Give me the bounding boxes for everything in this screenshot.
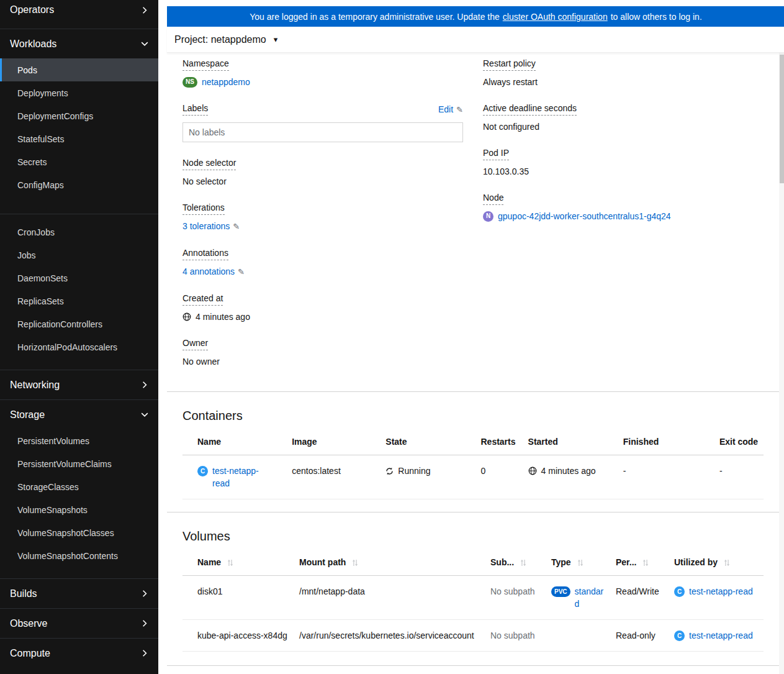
namespace-link[interactable]: netappdemo xyxy=(202,76,250,88)
labels-edit-button[interactable]: Edit✎ xyxy=(438,104,463,114)
sort-header-subpath[interactable]: Sub... xyxy=(490,557,526,567)
containers-table: Name Image State Restarts Started Finish… xyxy=(182,429,764,499)
node-badge: N xyxy=(483,211,493,222)
sidebar-item-builds[interactable]: Builds xyxy=(0,578,158,608)
sidebar-item-label: Operators xyxy=(10,4,54,16)
container-state: Running xyxy=(398,465,430,477)
sidebar-item-volumesnapshots[interactable]: VolumeSnapshots xyxy=(0,498,158,521)
labels-empty-text: No labels xyxy=(189,127,225,137)
sidebar-item-deploymentconfigs[interactable]: DeploymentConfigs xyxy=(0,104,158,127)
detail-tolerations: Tolerations 3 tolerations✎ xyxy=(182,203,463,232)
chevron-right-icon xyxy=(142,619,147,627)
sidebar-item-storage[interactable]: Storage xyxy=(0,399,158,429)
volumes-table: Name Mount path Sub... Type Per... Utili… xyxy=(182,549,764,652)
detail-label: Owner xyxy=(182,338,208,350)
sidebar-item-workloads[interactable]: Workloads xyxy=(0,29,158,58)
sort-header-utilized-by[interactable]: Utilized by xyxy=(674,557,730,567)
sort-header-name[interactable]: Name xyxy=(197,557,233,567)
detail-label: Active deadline seconds xyxy=(483,103,577,116)
volume-row: disk01 /mnt/netapp-data No subpath PVC s… xyxy=(182,576,764,620)
project-selector[interactable]: Project: netappdemo ▾ xyxy=(174,34,277,45)
detail-created-at: Created at 4 minutes ago xyxy=(182,293,463,322)
oauth-config-link[interactable]: cluster OAuth configuration xyxy=(503,12,608,22)
sidebar-item-cronjobs[interactable]: CronJobs xyxy=(0,221,158,244)
volumes-header-row: Name Mount path Sub... Type Per... Utili… xyxy=(182,549,764,576)
sidebar-item-volumesnapshotclasses[interactable]: VolumeSnapshotClasses xyxy=(0,521,158,544)
container-restarts: 0 xyxy=(475,455,523,499)
sidebar-item-storageclasses[interactable]: StorageClasses xyxy=(0,475,158,498)
container-link[interactable]: test-netapp-read xyxy=(212,465,262,490)
sidebar-item-compute[interactable]: Compute xyxy=(0,638,158,668)
sidebar-item-observe[interactable]: Observe xyxy=(0,608,158,638)
section-divider xyxy=(167,391,779,392)
sidebar-item-volumesnapshotcontents[interactable]: VolumeSnapshotContents xyxy=(0,544,158,567)
container-row: C test-netapp-read centos:latest xyxy=(182,455,764,499)
vertical-scrollbar[interactable] xyxy=(779,53,784,674)
container-finished: - xyxy=(618,455,714,499)
chevron-right-icon xyxy=(142,649,147,657)
sidebar-item-pods[interactable]: Pods xyxy=(0,58,158,81)
sort-icon xyxy=(227,558,233,567)
utilized-by-link[interactable]: test-netapp-read xyxy=(689,585,753,598)
pvc-badge: PVC xyxy=(551,586,570,597)
sidebar-item-label: Builds xyxy=(10,588,37,599)
sidebar-item-label: Storage xyxy=(10,409,45,421)
sidebar-item-replicationcontrollers[interactable]: ReplicationControllers xyxy=(0,312,158,335)
sidebar-item-statefulsets[interactable]: StatefulSets xyxy=(0,127,158,150)
volumes-section: Volumes Name Mount path Sub... Type Per.… xyxy=(167,529,779,652)
sidebar-item-networking[interactable]: Networking xyxy=(0,370,158,399)
containers-title: Containers xyxy=(182,409,764,423)
scrollbar-thumb[interactable] xyxy=(780,55,784,183)
node-link[interactable]: gpupoc-42jdd-worker-southcentralus1-g4q2… xyxy=(498,211,671,222)
detail-label: Annotations xyxy=(182,248,228,260)
column-header-restarts: Restarts xyxy=(475,429,523,455)
sidebar-item-label: Compute xyxy=(10,648,50,659)
volume-subpath: No subpath xyxy=(485,620,546,652)
sidebar-item-configmaps[interactable]: ConfigMaps xyxy=(0,173,158,196)
sort-header-permissions[interactable]: Per... xyxy=(616,557,649,567)
detail-label: Created at xyxy=(182,293,223,306)
detail-labels: Labels Edit✎ No labels xyxy=(182,103,463,142)
tolerations-edit-link[interactable]: 3 tolerations✎ xyxy=(182,221,240,232)
column-header-started: Started xyxy=(523,429,618,455)
sidebar-item-deployments[interactable]: Deployments xyxy=(0,81,158,104)
sync-running-icon xyxy=(385,467,394,475)
detail-restart-policy: Restart policy Always restart xyxy=(483,58,764,88)
detail-label: Node xyxy=(483,193,503,205)
volume-row: kube-api-access-x84dg /var/run/secrets/k… xyxy=(182,620,764,652)
detail-node: Node N gpupoc-42jdd-worker-southcentralu… xyxy=(483,193,764,222)
sidebar-item-persistentvolumes[interactable]: PersistentVolumes xyxy=(0,429,158,452)
sidebar-item-operators[interactable]: Operators xyxy=(0,0,158,29)
container-started: 4 minutes ago xyxy=(541,465,596,477)
sidebar-item-persistentvolumeclaims[interactable]: PersistentVolumeClaims xyxy=(0,452,158,475)
column-header-exit-code: Exit code xyxy=(714,429,764,455)
volume-permissions: Read-only xyxy=(611,620,669,652)
chevron-right-icon xyxy=(142,6,147,14)
sidebar-item-jobs[interactable]: Jobs xyxy=(0,244,158,266)
sidebar-item-secrets[interactable]: Secrets xyxy=(0,150,158,173)
sort-icon xyxy=(724,558,730,567)
sort-icon xyxy=(520,558,526,567)
detail-node-selector: Node selector No selector xyxy=(182,158,463,187)
container-badge: C xyxy=(197,466,208,476)
detail-label: Restart policy xyxy=(483,58,536,71)
annotations-edit-link[interactable]: 4 annotations✎ xyxy=(182,266,245,278)
sort-header-mount-path[interactable]: Mount path xyxy=(299,557,358,567)
section-divider xyxy=(167,665,779,666)
volume-mount-path: /mnt/netapp-data xyxy=(294,576,485,620)
detail-active-deadline: Active deadline seconds Not configured xyxy=(483,103,764,132)
volume-permissions: Read/Write xyxy=(611,576,669,620)
sort-header-type[interactable]: Type xyxy=(551,557,583,567)
sidebar-item-replicasets[interactable]: ReplicaSets xyxy=(0,289,158,312)
sort-icon xyxy=(352,558,358,567)
container-image: centos:latest xyxy=(287,455,381,499)
pvc-link[interactable]: standard xyxy=(575,585,606,610)
sidebar-item-horizontalpodautoscalers[interactable]: HorizontalPodAutoscalers xyxy=(0,335,158,358)
banner-text: to allow others to log in. xyxy=(611,12,702,22)
utilized-by-link[interactable]: test-netapp-read xyxy=(689,629,753,642)
project-label: Project: netappdemo xyxy=(174,34,266,45)
app-window: Operators Workloads Pods Deployments Dep… xyxy=(0,0,784,674)
sidebar-item-daemonsets[interactable]: DaemonSets xyxy=(0,266,158,289)
chevron-right-icon xyxy=(142,590,147,598)
volume-name: disk01 xyxy=(182,576,294,620)
